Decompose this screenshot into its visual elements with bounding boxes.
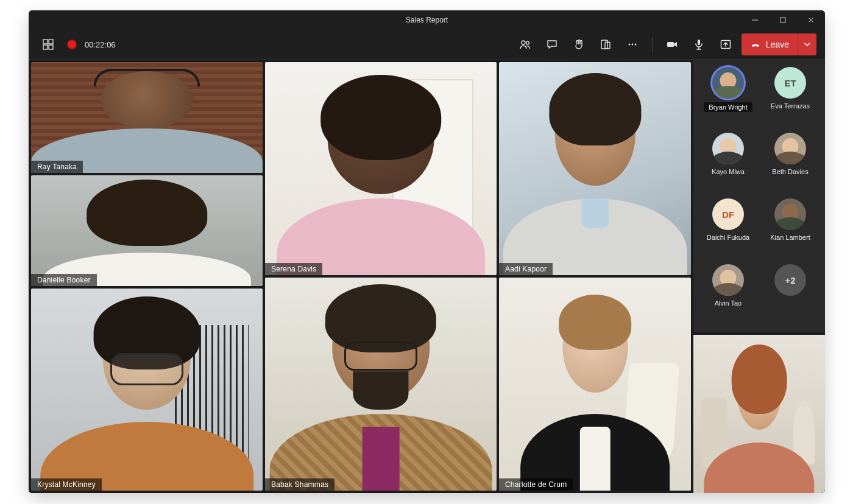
people-icon xyxy=(519,38,531,51)
participant-avatar[interactable]: ET Eva Terrazas xyxy=(759,67,821,133)
avatar-label xyxy=(789,299,791,307)
window-close-button[interactable] xyxy=(797,10,825,30)
breakout-rooms-icon xyxy=(600,38,612,51)
avatar-label: Bryan Wright xyxy=(704,102,752,112)
avatar-label: Beth Davies xyxy=(772,168,808,175)
recording-indicator-icon xyxy=(68,40,76,49)
leave-options-button[interactable] xyxy=(798,33,816,55)
participant-avatar[interactable]: Kian Lambert xyxy=(759,198,821,264)
participant-avatar[interactable]: Bryan Wright xyxy=(697,67,759,133)
layout-button[interactable] xyxy=(37,33,59,55)
avatar-label: Eva Terrazas xyxy=(771,102,810,110)
video-tile[interactable]: Krystal McKinney xyxy=(31,289,263,491)
svg-point-11 xyxy=(634,44,636,46)
svg-rect-12 xyxy=(667,42,674,47)
avatar xyxy=(712,264,744,296)
participant-nametag: Charlotte de Crum xyxy=(499,478,573,491)
raise-hand-icon xyxy=(573,38,585,51)
close-icon xyxy=(808,17,814,23)
chevron-down-icon xyxy=(804,41,811,48)
avatar-initials: ET xyxy=(784,78,796,88)
svg-point-6 xyxy=(526,41,529,44)
participant-video xyxy=(31,62,263,173)
self-video xyxy=(693,335,825,493)
video-tile[interactable]: Babak Shammas xyxy=(265,278,497,491)
more-button[interactable] xyxy=(621,33,643,55)
leave-split-button: Leave xyxy=(742,33,816,55)
maximize-icon xyxy=(780,17,786,23)
app-window: Sales Report xyxy=(29,10,825,493)
overflow-count: +2 xyxy=(785,275,795,285)
ellipsis-icon xyxy=(626,38,639,51)
video-tile[interactable]: Ray Tanaka xyxy=(31,62,263,173)
participants-panel: Bryan Wright ET Eva Terrazas Kayo Miwa xyxy=(693,60,825,493)
avatar: ET xyxy=(774,67,806,99)
video-tile[interactable]: Danielle Booker xyxy=(31,175,263,286)
avatar xyxy=(712,133,744,164)
camera-button[interactable] xyxy=(661,33,683,55)
leave-button[interactable]: Leave xyxy=(742,33,798,55)
toolbar-separator xyxy=(652,37,653,52)
reactions-button[interactable] xyxy=(568,33,590,55)
svg-rect-4 xyxy=(49,45,53,49)
avatar-label: Kayo Miwa xyxy=(712,168,745,175)
meeting-toolbar: 00:22:06 xyxy=(29,30,825,60)
svg-rect-1 xyxy=(43,40,48,44)
self-video-tile[interactable] xyxy=(693,332,825,493)
participants-button[interactable] xyxy=(514,33,536,55)
video-tile[interactable]: Charlotte de Crum xyxy=(499,278,691,491)
svg-rect-3 xyxy=(43,45,48,49)
video-tile[interactable]: Aadi Kapoor xyxy=(499,62,691,275)
rooms-button[interactable] xyxy=(595,33,617,55)
participants-overflow-grid: Bryan Wright ET Eva Terrazas Kayo Miwa xyxy=(693,60,825,332)
video-icon xyxy=(666,38,678,51)
svg-rect-13 xyxy=(698,40,700,45)
chat-icon xyxy=(546,38,558,51)
participant-nametag: Danielle Booker xyxy=(31,274,97,286)
avatar xyxy=(712,67,744,99)
participant-video xyxy=(265,62,497,275)
window-minimize-button[interactable] xyxy=(741,10,769,30)
titlebar: Sales Report xyxy=(29,10,825,30)
avatar: DF xyxy=(712,198,744,230)
svg-point-5 xyxy=(522,41,525,44)
video-tile[interactable]: Serena Davis xyxy=(265,62,497,275)
participant-avatar[interactable]: Beth Davies xyxy=(759,133,821,198)
hangup-icon xyxy=(750,39,761,50)
participant-overflow-button[interactable]: +2 xyxy=(759,264,821,330)
participant-avatar[interactable]: DF Daichi Fukuda xyxy=(697,198,759,264)
minimize-icon xyxy=(752,17,758,23)
meeting-body: Serena Davis Aadi Kapoor xyxy=(29,60,825,493)
participant-nametag: Krystal McKinney xyxy=(31,478,102,491)
svg-point-9 xyxy=(628,44,630,46)
window-maximize-button[interactable] xyxy=(769,10,797,30)
call-timer: 00:22:06 xyxy=(85,40,116,49)
participant-nametag: Babak Shammas xyxy=(265,478,334,491)
participant-video xyxy=(31,289,263,491)
svg-point-10 xyxy=(631,44,633,46)
window-controls xyxy=(741,10,825,30)
avatar xyxy=(774,133,806,164)
chat-button[interactable] xyxy=(541,33,563,55)
participant-avatar[interactable]: Kayo Miwa xyxy=(697,133,759,198)
participant-nametag: Aadi Kapoor xyxy=(499,263,553,275)
mic-button[interactable] xyxy=(688,33,710,55)
video-stage: Serena Davis Aadi Kapoor xyxy=(29,60,693,493)
participant-video xyxy=(265,278,497,491)
avatar: +2 xyxy=(774,264,806,296)
share-button[interactable] xyxy=(715,33,737,55)
leave-label: Leave xyxy=(766,40,789,49)
svg-rect-0 xyxy=(780,18,785,23)
participant-nametag: Ray Tanaka xyxy=(31,161,83,173)
share-screen-icon xyxy=(720,38,732,51)
participant-avatar[interactable]: Alvin Tao xyxy=(697,264,759,330)
participant-video xyxy=(499,62,691,275)
svg-rect-2 xyxy=(49,40,53,44)
participant-video xyxy=(499,278,691,491)
microphone-icon xyxy=(693,38,705,51)
svg-rect-7 xyxy=(601,40,607,49)
window-title: Sales Report xyxy=(406,16,448,24)
avatar xyxy=(774,198,806,230)
grid-layout-icon xyxy=(43,39,54,50)
avatar-label: Daichi Fukuda xyxy=(707,234,749,241)
